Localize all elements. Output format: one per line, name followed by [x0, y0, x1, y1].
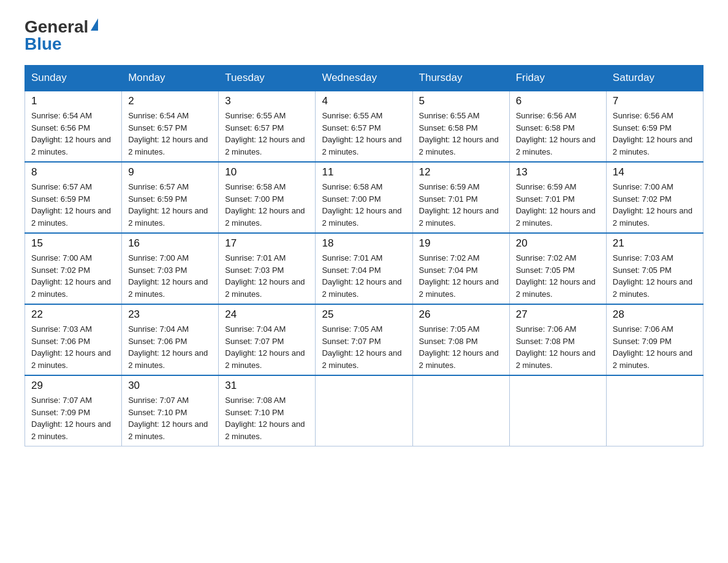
day-number: 25	[322, 308, 406, 321]
day-info: Sunrise: 6:59 AM Sunset: 7:01 PM Dayligh…	[516, 181, 600, 229]
day-info: Sunrise: 7:01 AM Sunset: 7:04 PM Dayligh…	[322, 252, 406, 300]
day-number: 7	[613, 95, 697, 107]
day-cell-2: 2 Sunrise: 6:54 AM Sunset: 6:57 PM Dayli…	[122, 91, 219, 162]
day-info: Sunrise: 6:59 AM Sunset: 7:01 PM Dayligh…	[419, 181, 503, 229]
day-info: Sunrise: 7:03 AM Sunset: 7:06 PM Dayligh…	[31, 323, 115, 371]
day-info: Sunrise: 7:00 AM Sunset: 7:02 PM Dayligh…	[613, 181, 697, 229]
logo-blue-text: Blue	[25, 36, 62, 53]
week-row-1: 1 Sunrise: 6:54 AM Sunset: 6:56 PM Dayli…	[25, 91, 703, 162]
day-info: Sunrise: 6:58 AM Sunset: 7:00 PM Dayligh…	[225, 181, 309, 229]
day-cell-22: 22 Sunrise: 7:03 AM Sunset: 7:06 PM Dayl…	[25, 304, 122, 375]
day-number: 22	[31, 308, 115, 321]
day-cell-18: 18 Sunrise: 7:01 AM Sunset: 7:04 PM Dayl…	[316, 233, 412, 304]
day-info: Sunrise: 7:01 AM Sunset: 7:03 PM Dayligh…	[225, 252, 309, 300]
day-info: Sunrise: 7:03 AM Sunset: 7:05 PM Dayligh…	[613, 252, 697, 300]
day-info: Sunrise: 7:06 AM Sunset: 7:08 PM Dayligh…	[516, 323, 600, 371]
day-number: 24	[225, 308, 309, 321]
empty-cell-4-4	[412, 375, 509, 446]
day-cell-10: 10 Sunrise: 6:58 AM Sunset: 7:00 PM Dayl…	[219, 162, 316, 233]
day-number: 15	[31, 237, 115, 250]
day-cell-28: 28 Sunrise: 7:06 AM Sunset: 7:09 PM Dayl…	[606, 304, 703, 375]
day-number: 19	[419, 237, 503, 250]
day-cell-8: 8 Sunrise: 6:57 AM Sunset: 6:59 PM Dayli…	[25, 162, 122, 233]
day-cell-3: 3 Sunrise: 6:55 AM Sunset: 6:57 PM Dayli…	[219, 91, 316, 162]
day-number: 6	[516, 95, 600, 107]
day-number: 8	[31, 166, 115, 178]
weekday-header-monday: Monday	[122, 66, 219, 91]
day-info: Sunrise: 7:05 AM Sunset: 7:08 PM Dayligh…	[419, 323, 503, 371]
day-number: 13	[516, 166, 600, 178]
weekday-header-saturday: Saturday	[606, 66, 703, 91]
day-info: Sunrise: 7:04 AM Sunset: 7:07 PM Dayligh…	[225, 323, 309, 371]
day-number: 31	[225, 380, 309, 392]
logo: General Blue	[25, 18, 98, 53]
weekday-header-sunday: Sunday	[25, 66, 122, 91]
page-header: General Blue	[25, 18, 703, 53]
empty-cell-4-5	[509, 375, 606, 446]
day-cell-29: 29 Sunrise: 7:07 AM Sunset: 7:09 PM Dayl…	[25, 375, 122, 446]
day-cell-9: 9 Sunrise: 6:57 AM Sunset: 6:59 PM Dayli…	[122, 162, 219, 233]
day-info: Sunrise: 6:54 AM Sunset: 6:56 PM Dayligh…	[31, 110, 115, 158]
day-info: Sunrise: 7:07 AM Sunset: 7:10 PM Dayligh…	[128, 394, 212, 442]
day-info: Sunrise: 6:55 AM Sunset: 6:58 PM Dayligh…	[419, 110, 503, 158]
weekday-header-tuesday: Tuesday	[219, 66, 316, 91]
day-cell-5: 5 Sunrise: 6:55 AM Sunset: 6:58 PM Dayli…	[412, 91, 509, 162]
day-info: Sunrise: 6:58 AM Sunset: 7:00 PM Dayligh…	[322, 181, 406, 229]
day-number: 16	[128, 237, 212, 250]
day-cell-27: 27 Sunrise: 7:06 AM Sunset: 7:08 PM Dayl…	[509, 304, 606, 375]
day-info: Sunrise: 6:55 AM Sunset: 6:57 PM Dayligh…	[322, 110, 406, 158]
day-info: Sunrise: 7:02 AM Sunset: 7:05 PM Dayligh…	[516, 252, 600, 300]
day-cell-1: 1 Sunrise: 6:54 AM Sunset: 6:56 PM Dayli…	[25, 91, 122, 162]
day-cell-26: 26 Sunrise: 7:05 AM Sunset: 7:08 PM Dayl…	[412, 304, 509, 375]
day-number: 18	[322, 237, 406, 250]
day-cell-21: 21 Sunrise: 7:03 AM Sunset: 7:05 PM Dayl…	[606, 233, 703, 304]
day-cell-6: 6 Sunrise: 6:56 AM Sunset: 6:58 PM Dayli…	[509, 91, 606, 162]
week-row-5: 29 Sunrise: 7:07 AM Sunset: 7:09 PM Dayl…	[25, 375, 703, 446]
weekday-header-wednesday: Wednesday	[316, 66, 412, 91]
day-number: 27	[516, 308, 600, 321]
day-cell-16: 16 Sunrise: 7:00 AM Sunset: 7:03 PM Dayl…	[122, 233, 219, 304]
day-info: Sunrise: 6:56 AM Sunset: 6:59 PM Dayligh…	[613, 110, 697, 158]
weekday-header-thursday: Thursday	[412, 66, 509, 91]
day-number: 30	[128, 380, 212, 392]
day-cell-13: 13 Sunrise: 6:59 AM Sunset: 7:01 PM Dayl…	[509, 162, 606, 233]
day-info: Sunrise: 6:55 AM Sunset: 6:57 PM Dayligh…	[225, 110, 309, 158]
day-number: 5	[419, 95, 503, 107]
day-cell-25: 25 Sunrise: 7:05 AM Sunset: 7:07 PM Dayl…	[316, 304, 412, 375]
day-cell-19: 19 Sunrise: 7:02 AM Sunset: 7:04 PM Dayl…	[412, 233, 509, 304]
day-number: 2	[128, 95, 212, 107]
day-info: Sunrise: 7:02 AM Sunset: 7:04 PM Dayligh…	[419, 252, 503, 300]
day-info: Sunrise: 7:00 AM Sunset: 7:02 PM Dayligh…	[31, 252, 115, 300]
day-cell-20: 20 Sunrise: 7:02 AM Sunset: 7:05 PM Dayl…	[509, 233, 606, 304]
week-row-2: 8 Sunrise: 6:57 AM Sunset: 6:59 PM Dayli…	[25, 162, 703, 233]
day-cell-24: 24 Sunrise: 7:04 AM Sunset: 7:07 PM Dayl…	[219, 304, 316, 375]
day-number: 26	[419, 308, 503, 321]
day-info: Sunrise: 7:04 AM Sunset: 7:06 PM Dayligh…	[128, 323, 212, 371]
day-cell-12: 12 Sunrise: 6:59 AM Sunset: 7:01 PM Dayl…	[412, 162, 509, 233]
day-cell-11: 11 Sunrise: 6:58 AM Sunset: 7:00 PM Dayl…	[316, 162, 412, 233]
day-number: 9	[128, 166, 212, 178]
day-number: 11	[322, 166, 406, 178]
day-cell-4: 4 Sunrise: 6:55 AM Sunset: 6:57 PM Dayli…	[316, 91, 412, 162]
day-number: 23	[128, 308, 212, 321]
day-number: 20	[516, 237, 600, 250]
day-number: 14	[613, 166, 697, 178]
day-number: 17	[225, 237, 309, 250]
day-info: Sunrise: 7:07 AM Sunset: 7:09 PM Dayligh…	[31, 394, 115, 442]
empty-cell-4-6	[606, 375, 703, 446]
day-info: Sunrise: 7:08 AM Sunset: 7:10 PM Dayligh…	[225, 394, 309, 442]
day-info: Sunrise: 7:05 AM Sunset: 7:07 PM Dayligh…	[322, 323, 406, 371]
day-cell-7: 7 Sunrise: 6:56 AM Sunset: 6:59 PM Dayli…	[606, 91, 703, 162]
day-number: 3	[225, 95, 309, 107]
empty-cell-4-3	[316, 375, 412, 446]
day-number: 29	[31, 380, 115, 392]
day-number: 4	[322, 95, 406, 107]
day-cell-31: 31 Sunrise: 7:08 AM Sunset: 7:10 PM Dayl…	[219, 375, 316, 446]
day-number: 28	[613, 308, 697, 321]
day-cell-17: 17 Sunrise: 7:01 AM Sunset: 7:03 PM Dayl…	[219, 233, 316, 304]
day-number: 10	[225, 166, 309, 178]
day-info: Sunrise: 7:00 AM Sunset: 7:03 PM Dayligh…	[128, 252, 212, 300]
day-cell-15: 15 Sunrise: 7:00 AM Sunset: 7:02 PM Dayl…	[25, 233, 122, 304]
logo-general-text: General	[25, 18, 88, 36]
day-info: Sunrise: 6:54 AM Sunset: 6:57 PM Dayligh…	[128, 110, 212, 158]
